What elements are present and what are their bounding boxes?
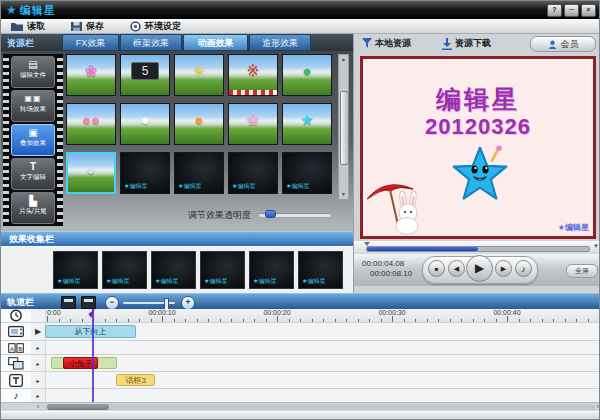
scroll-down-icon[interactable]: ▼ [339,190,348,199]
effect-thumbnail[interactable]: ※ [228,54,278,96]
tab-local-resources[interactable]: 本地资源 [362,37,411,50]
help-button[interactable]: ? [547,4,562,17]
scroll-right-icon[interactable]: › [597,403,599,411]
sidebar-item-intro-outro[interactable]: ▙ 片头/片尾 [11,192,55,224]
collection-slot[interactable]: ★编辑星 [151,251,196,289]
thumbnail-art: ❀ [67,63,115,79]
tab-fx-effects[interactable]: FX效果 [62,34,119,51]
timeline-clip[interactable]: 话框3 [116,374,155,386]
timeline-zoom-track[interactable] [123,302,175,304]
effect-thumbnail[interactable]: ★编辑星 [282,152,332,194]
funnel-icon [362,38,372,49]
sidebar-item-edit-file[interactable]: ▤ 编辑文件 [11,56,55,88]
opacity-slider-thumb[interactable] [265,210,276,218]
right-panel: 本地资源 资源下载 会员 编辑星 20120326 [353,34,600,293]
total-time: 00:00:08.10 [370,269,412,278]
tab-animation-effects[interactable]: 动画效果 [183,34,248,51]
effect-thumbnail[interactable]: ★编辑星 [228,152,278,194]
fullscreen-button[interactable]: 全屏 [566,264,598,278]
track-expand-arrow[interactable]: ▸ [31,341,46,354]
collection-slot[interactable]: ★编辑星 [298,251,343,289]
zoom-out-button[interactable]: − [105,296,119,310]
ruler-time-label: 00:00:30 [378,309,405,316]
collection-slot[interactable]: ★编辑星 [249,251,294,289]
overlay-track-icon [1,355,32,371]
grid-scrollbar[interactable]: ▲ ▼ [338,54,349,200]
sidebar-item-overlay-effects[interactable]: ▣ 叠加效果 [11,124,55,156]
overlay-frames-icon: ▣ [12,127,54,139]
sidebar-item-text-edit[interactable]: T 文字编辑 [11,158,55,190]
effect-thumbnail[interactable]: ● [120,103,170,145]
text-t-icon: T [12,161,54,173]
ab-transition-icon: ▣▣ [12,93,54,105]
effect-thumbnail[interactable]: ❀ [228,103,278,145]
slot-watermark: ★编辑星 [106,277,129,286]
effect-thumbnail[interactable]: ★ [282,103,332,145]
volume-icon[interactable]: ♪ [515,260,532,277]
preview-title-text: 编辑星 [363,83,593,116]
star-character [451,145,509,203]
effect-thumbnail[interactable]: ● [174,103,224,145]
collection-slot[interactable]: ★编辑星 [102,251,147,289]
thumbnail-art: 5 [131,62,159,80]
timeline-body: 0:0000:00:1000:00:2000:00:3000:00:40 ▶ 从… [1,309,600,402]
add-media-icon[interactable] [61,296,76,309]
collection-slot[interactable]: ★编辑星 [200,251,245,289]
seek-bar-row: ▼ [354,241,600,254]
settings-button[interactable]: 环境设定 [130,20,181,33]
stop-button[interactable]: ■ [428,260,445,277]
opacity-slider-label: 调节效果透明度 [133,209,251,222]
seek-track[interactable] [366,246,590,252]
minimize-button[interactable]: ─ [564,4,579,17]
save-track-icon[interactable] [81,296,96,309]
play-button[interactable]: ▶ [466,255,493,282]
svg-text:B: B [18,345,22,351]
member-button[interactable]: 会员 [530,36,596,52]
save-button[interactable]: 保存 [71,20,104,33]
next-button[interactable]: ▶ [495,260,512,277]
steps-blocks-icon: ▙ [12,195,54,207]
effect-thumbnail[interactable]: 5 [120,54,170,96]
timeline-clip[interactable]: 从下向上 [45,325,136,338]
open-button[interactable]: 读取 [11,20,45,33]
track-expand-arrow[interactable]: ▸ [31,389,46,402]
tab-resource-download[interactable]: 资源下载 [442,37,491,50]
effect-thumbnail[interactable]: ☀ [174,54,224,96]
thumbnail-watermark: ★编辑星 [178,182,201,191]
rabbit-with-umbrella [365,173,427,235]
effect-thumbnail[interactable]: ★编辑星 [120,152,170,194]
effect-thumbnail[interactable]: ●● [66,103,116,145]
tab-shape-effects[interactable]: 造形效果 [249,34,311,51]
checker-strip [229,90,277,95]
thumbnail-art: ●● [67,112,115,128]
effect-thumbnail[interactable]: ❀ [66,54,116,96]
timeline-scrollbar-track[interactable] [45,404,595,410]
collection-slot[interactable]: ★编辑星 [53,251,98,289]
download-icon [442,38,452,50]
track-expand-arrow[interactable]: ▸ [31,355,46,371]
thumbnail-art: ● [283,63,331,79]
track-play-arrow[interactable]: ▶ [31,323,46,340]
current-time: 00:00:04.08 [362,259,404,268]
prev-button[interactable]: ◀ [448,260,465,277]
sidebar-item-transition-effects[interactable]: ▣▣ 转场效果 [11,90,55,122]
film-clip-icon: ▤ [12,59,54,71]
effect-thumbnail[interactable]: ● [282,54,332,96]
zoom-in-button[interactable]: + [181,296,195,310]
track-expand-arrow[interactable]: ▸ [31,372,46,388]
close-button[interactable]: ✕ [581,4,596,17]
thumbnail-art: ● [68,162,114,178]
scroll-up-icon[interactable]: ▲ [339,55,348,64]
app-logo-star-icon: ★ [6,4,17,16]
effect-thumbnail[interactable]: ● [66,152,116,194]
preview-date-text: 20120326 [363,114,593,140]
ruler-time-label: 00:00:40 [493,309,520,316]
transport-bar: 00:00:04.08 00:00:08.10 ■ ◀ ▶ ▶ ♪ 全屏 [354,254,600,286]
timeline-scrollbar-thumb[interactable] [47,404,109,410]
seek-options-arrow[interactable]: ▼ [593,243,599,249]
grid-scrollbar-thumb[interactable] [340,91,349,165]
effect-thumbnail[interactable]: ★编辑星 [174,152,224,194]
playhead-line[interactable] [92,309,94,402]
tab-frame-effects[interactable]: 框架效果 [120,34,182,51]
scroll-left-icon[interactable]: ‹ [37,403,39,411]
